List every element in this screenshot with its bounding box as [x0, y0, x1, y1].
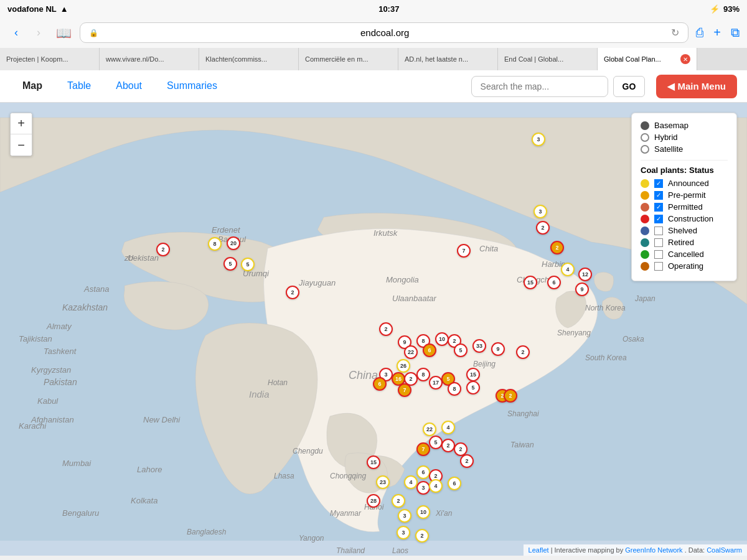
map-marker-53[interactable]: 6 [448, 477, 461, 490]
map-marker-42[interactable]: 5 [429, 436, 443, 449]
map-marker-45[interactable]: 2 [460, 454, 474, 468]
legend-checkbox-7[interactable] [654, 262, 663, 271]
map-marker-58[interactable]: 3 [397, 526, 410, 539]
tab-6[interactable]: Global Coal Plan... ✕ [598, 48, 697, 70]
tab-5[interactable]: End Coal | Global... [498, 48, 598, 70]
tab-0[interactable]: Projecten | Koopm... [0, 48, 100, 70]
map-marker-37[interactable]: 15 [466, 368, 480, 381]
tabs-button[interactable]: ⧉ [731, 26, 740, 40]
reload-button[interactable]: ↻ [671, 27, 679, 39]
map-marker-7[interactable]: 5 [223, 257, 237, 271]
legend-basemap-row: Basemap [641, 121, 728, 130]
map-marker-23[interactable]: 5 [454, 343, 467, 357]
map-marker-32[interactable]: 7 [398, 383, 411, 397]
legend-satellite-row: Satellite [641, 144, 728, 154]
satellite-radio[interactable] [641, 145, 649, 154]
zoom-in-button[interactable]: + [11, 113, 32, 134]
map-marker-51[interactable]: 3 [416, 481, 430, 495]
hybrid-radio[interactable] [641, 133, 649, 142]
tab-1[interactable]: www.vivare.nl/Do... [100, 48, 199, 70]
map-marker-34[interactable]: 17 [429, 376, 443, 390]
map-marker-16[interactable]: 2 [379, 322, 393, 336]
map-marker-41[interactable]: 7 [416, 442, 430, 456]
map-marker-1[interactable]: 3 [533, 205, 547, 218]
tab-summaries[interactable]: Summaries [154, 72, 230, 101]
map-marker-9[interactable]: 7 [457, 244, 471, 258]
share-button[interactable]: ⎙ [696, 26, 703, 40]
map-marker-14[interactable]: 12 [578, 268, 592, 281]
forward-button[interactable]: › [30, 24, 47, 42]
greeninfo-link[interactable]: GreenInfo Network [625, 546, 682, 554]
basemap-radio[interactable] [641, 121, 649, 130]
map-marker-40[interactable]: 4 [441, 421, 455, 434]
legend-checkbox-3[interactable]: ✓ [654, 215, 663, 223]
legend-checkbox-2[interactable]: ✓ [654, 203, 663, 212]
map-marker-36[interactable]: 8 [448, 382, 461, 396]
map-marker-55[interactable]: 2 [392, 494, 405, 508]
map-marker-49[interactable]: 23 [376, 475, 390, 489]
tab-5-label: End Coal | Global... [504, 55, 563, 63]
address-bar[interactable]: 🔒 endcoal.org ↻ [80, 22, 688, 43]
map-container[interactable]: Kazakhstan Pakistan Karachi Mumbai Benga… [0, 103, 747, 556]
new-tab-button[interactable]: + [713, 26, 721, 40]
map-marker-10[interactable]: 2 [286, 286, 299, 299]
map-marker-29[interactable]: 6 [373, 377, 387, 391]
map-marker-12[interactable]: 6 [547, 276, 561, 289]
leaflet-link[interactable]: Leaflet [529, 546, 549, 554]
map-marker-19[interactable]: 22 [404, 345, 418, 359]
legend-checkbox-4[interactable] [654, 226, 663, 235]
legend-checkbox-0[interactable]: ✓ [654, 179, 663, 188]
tab-table[interactable]: Table [55, 72, 103, 101]
go-button[interactable]: GO [613, 76, 646, 97]
status-right: ⚡ 93% [710, 4, 740, 14]
coalswarm-link[interactable]: CoalSwarm [707, 546, 742, 554]
map-marker-43[interactable]: 2 [441, 439, 455, 452]
map-marker-50[interactable]: 4 [404, 475, 418, 489]
map-marker-47[interactable]: 6 [416, 465, 430, 479]
map-marker-3[interactable]: 2 [550, 241, 564, 254]
map-marker-59[interactable]: 2 [415, 529, 429, 543]
map-marker-20[interactable]: 6 [423, 343, 436, 357]
search-input[interactable] [471, 76, 608, 97]
tab-close-icon[interactable]: ✕ [680, 54, 690, 64]
map-marker-54[interactable]: 28 [367, 494, 380, 508]
svg-text:Shenyang: Shenyang [557, 329, 591, 337]
map-marker-38[interactable]: 5 [466, 381, 480, 394]
tab-about[interactable]: About [103, 72, 154, 101]
zoom-out-button[interactable]: − [11, 134, 32, 156]
main-menu-button[interactable]: ◀ Main Menu [656, 75, 737, 98]
tab-3[interactable]: Commerciële en m... [299, 48, 398, 70]
svg-text:Erdenet: Erdenet [212, 225, 241, 235]
tab-2[interactable]: Klachten(commiss... [199, 48, 299, 70]
legend-checkbox-6[interactable] [654, 250, 663, 259]
map-marker-56[interactable]: 3 [398, 509, 411, 523]
map-marker-57[interactable]: 10 [416, 505, 430, 519]
map-marker-25[interactable]: 9 [491, 342, 505, 356]
map-marker-27[interactable]: 26 [397, 359, 410, 373]
map-marker-26[interactable]: 2 [516, 345, 530, 359]
tab-4[interactable]: AD.nl, het laatste n... [398, 48, 498, 70]
map-marker-8[interactable]: 5 [241, 258, 255, 271]
svg-text:Bangladesh: Bangladesh [187, 528, 227, 536]
map-marker-6[interactable]: 20 [227, 236, 240, 250]
map-marker-4[interactable]: 2 [156, 243, 170, 256]
map-marker-0[interactable]: 3 [532, 133, 545, 146]
map-marker-24[interactable]: 33 [472, 339, 486, 353]
map-marker-46[interactable]: 15 [367, 455, 380, 469]
bookmarks-button[interactable]: 📖 [55, 24, 72, 42]
tab-map[interactable]: Map [10, 72, 55, 101]
map-marker-52[interactable]: 4 [429, 479, 443, 493]
map-marker-21[interactable]: 10 [435, 332, 449, 346]
back-button[interactable]: ‹ [7, 24, 25, 42]
svg-text:Chita: Chita [479, 244, 498, 253]
map-marker-11[interactable]: 15 [524, 276, 537, 289]
map-marker-39[interactable]: 22 [423, 422, 436, 436]
map-marker-15[interactable]: 9 [575, 282, 589, 296]
map-marker-61[interactable]: 2 [504, 389, 517, 403]
legend-checkbox-5[interactable] [654, 238, 663, 247]
map-marker-13[interactable]: 4 [561, 263, 575, 276]
map-marker-5[interactable]: 8 [208, 237, 222, 251]
legend-checkbox-1[interactable]: ✓ [654, 191, 663, 200]
map-marker-33[interactable]: 8 [416, 368, 430, 381]
map-marker-2[interactable]: 2 [536, 221, 550, 235]
